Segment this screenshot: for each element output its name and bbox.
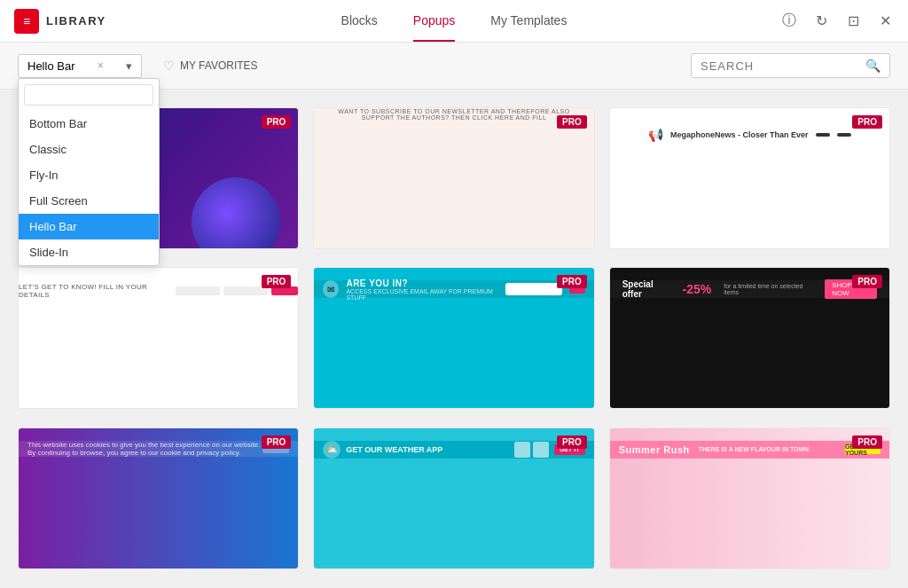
heart-icon: ♡ [163,59,175,73]
card9-bar: Summer Rush THERE IS A NEW FLAVOUR IN TO… [610,441,889,459]
type-dropdown[interactable]: Hello Bar × ▾ [18,54,142,78]
pro-badge-3: PRO [852,115,882,129]
card-preview-7: This website uses cookies to give you th… [19,428,298,568]
card4-background: LET'S GET TO KNOW! FILL IN YOUR DETAILS [19,268,298,408]
dropdown-search-input[interactable] [24,84,153,106]
dropdown-option-bottom-bar[interactable]: Bottom Bar [19,111,159,137]
help-icon[interactable]: ⓘ [780,12,798,30]
template-card-4[interactable]: LET'S GET TO KNOW! FILL IN YOUR DETAILS … [18,267,299,409]
template-card-8[interactable]: ⛅ GET OUR WEATHER APP GET IT PRO [313,427,594,569]
card6-bar: Special offer -25% for a limited time on… [610,280,889,298]
pro-badge-1: PRO [262,115,292,129]
header: ≡ LIBRARY Blocks Popups My Templates ⓘ ↻… [0,0,908,43]
card-preview-2: WANT TO SUBSCRIBE TO OUR NEWSLETTER AND … [314,108,593,248]
pro-badge-5: PRO [557,275,587,288]
card1-circle [192,177,280,248]
card7-background: This website uses cookies to give you th… [19,428,298,568]
dropdown-option-full-screen[interactable]: Full Screen [19,188,159,214]
logo-text: LIBRARY [46,14,106,27]
search-area: 🔍 [691,53,890,78]
header-actions: ⓘ ↻ ⊡ ✕ [734,12,894,30]
pro-badge-4: PRO [262,275,292,288]
card5-input [505,283,561,295]
pro-badge-9: PRO [852,435,882,449]
dropdown-option-slide-in[interactable]: Slide-In [19,239,159,265]
card3-background: 📢 MegaphoneNews - Closer Than Ever [610,108,889,248]
refresh-icon[interactable]: ↻ [812,12,830,30]
logo-area: ≡ LIBRARY [14,9,174,34]
card6-discount: -25% [683,282,712,296]
card6-background: Special offer -25% for a limited time on… [610,268,889,408]
card-preview-5: ✉ ARE YOU IN? ACCESS EXCLUSIVE EMAIL AWA… [314,268,593,408]
toolbar: Hello Bar × ▾ Bottom Bar Classic Fly-In … [0,43,908,90]
card-preview-3: 📢 MegaphoneNews - Closer Than Ever [610,108,889,248]
template-card-5[interactable]: ✉ ARE YOU IN? ACCESS EXCLUSIVE EMAIL AWA… [313,267,594,409]
card-preview-6: Special offer -25% for a limited time on… [610,268,889,408]
type-dropdown-wrapper: Hello Bar × ▾ Bottom Bar Classic Fly-In … [18,54,142,78]
card7-bar: This website uses cookies to give you th… [19,441,298,457]
template-card-7[interactable]: This website uses cookies to give you th… [18,427,299,569]
card9-label: Summer Rush [619,444,690,455]
card5-label: ARE YOU IN? ACCESS EXCLUSIVE EMAIL AWAY … [346,278,498,301]
card4-label: LET'S GET TO KNOW! FILL IN YOUR DETAILS [19,283,167,299]
card-preview-4: LET'S GET TO KNOW! FILL IN YOUR DETAILS [19,268,298,408]
card5-background: ✉ ARE YOU IN? ACCESS EXCLUSIVE EMAIL AWA… [314,268,593,408]
card-preview-9: Summer Rush THERE IS A NEW FLAVOUR IN TO… [610,428,889,568]
template-card-6[interactable]: Special offer -25% for a limited time on… [609,267,890,409]
card8-icon: ⛅ [323,441,340,459]
card2-bar: WANT TO SUBSCRIBE TO OUR NEWSLETTER AND … [314,108,593,121]
save-icon[interactable]: ⊡ [844,12,862,30]
type-dropdown-menu: Bottom Bar Classic Fly-In Full Screen He… [18,78,160,266]
favorites-button[interactable]: ♡ MY FAVORITES [156,54,265,77]
dropdown-selected-value: Hello Bar [27,59,74,73]
pro-badge-2: PRO [557,115,587,129]
card3-bar: 📢 MegaphoneNews - Closer Than Ever [610,126,889,144]
favorites-label: MY FAVORITES [180,59,258,72]
card9-background: Summer Rush THERE IS A NEW FLAVOUR IN TO… [610,428,889,568]
tab-blocks[interactable]: Blocks [341,1,378,42]
template-card-2[interactable]: WANT TO SUBSCRIBE TO OUR NEWSLETTER AND … [313,107,594,249]
card6-label: Special offer [622,279,674,299]
tab-popups[interactable]: Popups [413,1,455,42]
dropdown-clear-icon[interactable]: × [98,59,104,72]
card4-bar: LET'S GET TO KNOW! FILL IN YOUR DETAILS [19,284,298,298]
card8-label: GET OUR WEATHER APP [346,445,442,454]
card2-background [314,108,593,248]
card3-button2 [837,133,851,137]
dropdown-option-hello-bar[interactable]: Hello Bar [19,214,159,239]
card8-background: ⛅ GET OUR WEATHER APP GET IT [314,428,593,568]
search-icon[interactable]: 🔍 [865,59,881,73]
logo-icon: ≡ [14,9,39,34]
pro-badge-8: PRO [557,435,587,449]
card3-title: MegaphoneNews - Closer Than Ever [670,130,809,139]
nav-tabs: Blocks Popups My Templates [174,1,734,42]
card5-bar: ✉ ARE YOU IN? ACCESS EXCLUSIVE EMAIL AWA… [314,280,593,298]
pro-badge-7: PRO [262,435,292,449]
card8-bar: ⛅ GET OUR WEATHER APP GET IT [314,441,593,459]
tab-my-templates[interactable]: My Templates [490,1,567,42]
dropdown-option-classic[interactable]: Classic [19,137,159,162]
dropdown-option-fly-in[interactable]: Fly-In [19,162,159,188]
card-preview-8: ⛅ GET OUR WEATHER APP GET IT [314,428,593,568]
close-icon[interactable]: ✕ [876,12,894,30]
template-card-9[interactable]: Summer Rush THERE IS A NEW FLAVOUR IN TO… [609,427,890,569]
card5-icon: ✉ [323,280,339,298]
chevron-down-icon: ▾ [126,59,132,73]
template-card-3[interactable]: 📢 MegaphoneNews - Closer Than Ever PRO [609,107,890,249]
search-input[interactable] [701,59,860,73]
pro-badge-6: PRO [852,275,882,288]
card3-button [816,133,830,137]
